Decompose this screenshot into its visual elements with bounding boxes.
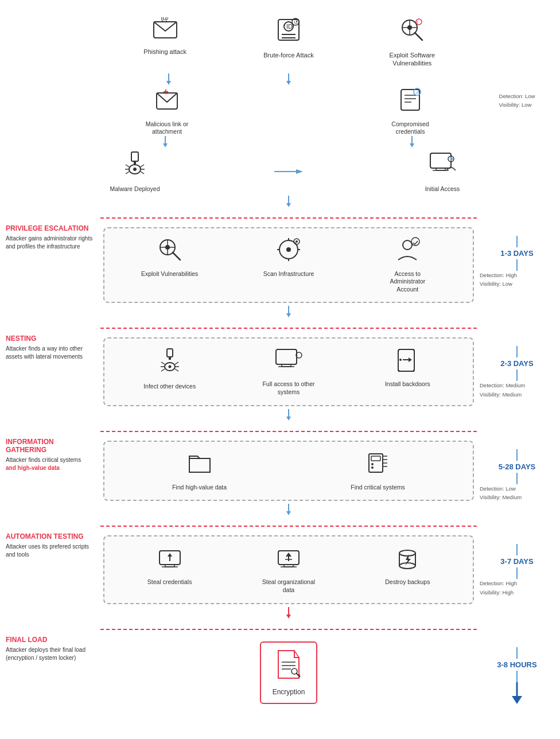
vector-exploit: ! Exploit Software Vulnerabilities [378,17,446,68]
svg-line-42 [141,172,144,174]
sep2-left [6,322,100,335]
destroy-backups-icon [395,545,420,575]
scan-infra-label: Scan Infrastructure [263,270,314,278]
priv-esc-center: Exploit Vulnerabilities [100,224,477,322]
sep5-right [477,623,554,636]
svg-marker-32 [410,143,414,147]
svg-marker-68 [286,313,291,317]
info-gather-desc: Attacker finds critical systems and high… [6,456,95,472]
malicious-link-icon [154,87,180,117]
arrow-to-info [103,409,474,423]
info-gather-section: INFORMATION GATHERING Attacker finds cri… [6,438,554,520]
nesting-section: NESTING Attacker finds a way into other … [6,335,554,425]
phishing-label: Phishing attack [143,48,186,56]
node-malicious-link: Malicious link or attachment [138,87,196,136]
svg-point-65 [403,240,412,250]
priv-esc-title: PRIVILEGE ESCALATION [6,224,95,232]
svg-marker-19 [286,81,291,85]
sep4-left [6,520,100,532]
tl-line-info-bot [516,473,518,484]
tl-line-nesting-top [516,346,518,357]
info-gather-title: INFORMATION GATHERING [6,438,95,454]
sep3-left [6,425,100,438]
node-steal-creds: Steal credentials [141,545,199,586]
svg-line-10 [415,33,422,40]
info-gather-highlight: and high-value data [6,465,60,471]
steal-creds-icon [157,545,182,575]
auto-section: AUTOMATION TESTING Attacker uses its pre… [6,532,554,623]
svg-text:@: @ [161,17,169,22]
steal-data-label: Steal organizational data [260,578,317,594]
final-label: FINAL LOAD Attacker deploys their final … [6,636,100,710]
spacer2 [254,136,323,150]
arrow-to-priv [103,196,474,209]
node-find-data: Find high-value data [171,450,228,492]
auto-label: AUTOMATION TESTING Attacker uses its pre… [6,532,100,623]
full-access-icon [275,347,302,377]
exploit-label: Exploit Software Vulnerabilities [378,51,446,68]
steal-data-icon [276,545,301,575]
tl-days-priv: 1-3 DAYS [500,247,533,259]
brute-icon: ID ↺ [276,17,301,48]
arrows-row2 [103,136,474,150]
node-infect-devices: Infect other devices [141,347,199,391]
svg-marker-109 [286,553,291,557]
scan-infra-icon [276,237,301,267]
tl-detect-priv: Detection: High Visibility: Low [480,271,554,288]
tl-auto: 3-7 DAYS Detection: High Visibility: Hig… [480,544,554,596]
tl-detect-auto: Detection: High Visibility: High [480,579,554,596]
third-row: Malware Deployed [103,150,474,193]
node-backdoors: Install backdoors [379,347,436,388]
svg-marker-44 [296,169,303,174]
backdoors-icon [395,347,420,377]
svg-rect-69 [167,349,173,357]
page-container: @ Phishing attack ID [0,0,560,721]
sep2-center [100,322,477,335]
nesting-label: NESTING Attacker finds a way into other … [6,335,100,425]
arrow-from-creds [389,136,435,150]
svg-point-64 [295,240,298,243]
top-section: @ Phishing attack ID [6,11,554,212]
auto-desc: Attacker uses its prefered scripts and t… [6,543,95,559]
nesting-box: Infect other devices Full access t [103,337,474,406]
malicious-link-label: Malicious link or attachment [138,120,196,136]
info-gather-label: INFORMATION GATHERING Attacker finds cri… [6,438,100,520]
vector-brute: ID ↺ Brute-force Attack [254,17,323,68]
dashed-sep-4 [100,526,477,527]
steal-creds-label: Steal credentials [147,578,192,586]
priv-esc-label: PRIVILEGE ESCALATION Attacker gains admi… [6,224,100,322]
dashed-sep-5 [100,629,477,630]
svg-text:✓: ✓ [415,90,420,95]
tl-line-priv-bot [516,259,518,271]
top-vectors-area: @ Phishing attack ID [100,11,477,212]
auto-title: AUTOMATION TESTING [6,532,95,540]
arrow-from-link [142,136,188,150]
separator2-row [6,322,554,335]
node-compromised-creds: ✓ Compromised credentials [382,87,439,136]
auto-right: 3-7 DAYS Detection: High Visibility: Hig… [477,532,554,623]
tl-info: 5-28 DAYS Detection: Low Visibility: Med… [480,449,554,501]
detect-initial: Detection: Low Visibility: Low [499,92,535,109]
tl-line-auto-top [516,544,518,555]
info-gather-right: 5-28 DAYS Detection: Low Visibility: Med… [477,438,554,520]
tl-final: 3-8 HOURS [480,647,554,707]
sep4-center [100,520,477,532]
node-admin-access: Access to Administrator Account [379,237,436,294]
second-row: Malicious link or attachment ✓ [103,87,474,136]
info-gather-center: Find high-value data [100,438,477,520]
exploit-vuln-label: Exploit Vulnerabilities [141,270,198,278]
info-gather-box: Find high-value data [103,441,474,501]
svg-point-36 [133,168,137,171]
sep3-center [100,425,477,438]
initial-access-icon [428,150,457,182]
find-data-label: Find high-value data [172,484,227,492]
sep3-right [477,425,554,438]
separator4-row [6,520,554,532]
find-systems-icon [365,450,391,480]
tl-days-info: 5-28 DAYS [499,461,536,473]
separator1-row [6,212,554,224]
infect-devices-label: Infect other devices [143,383,196,391]
nesting-right: 2-3 DAYS Detection: Medium Visibility: M… [477,335,554,425]
svg-marker-124 [512,696,522,704]
separator5-row [6,623,554,636]
